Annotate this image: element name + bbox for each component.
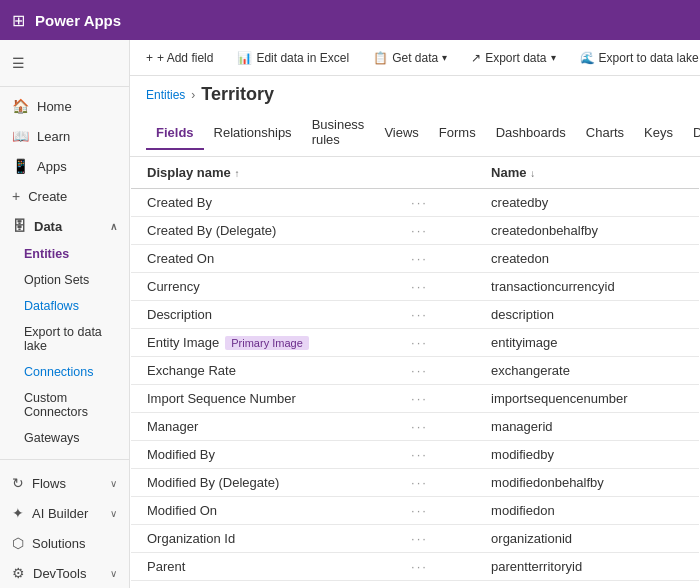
export-chevron: ▾ [551, 52, 556, 63]
export-lake-button[interactable]: 🌊 Export to data lake [572, 47, 700, 69]
field-name: importsequencenumber [475, 385, 699, 413]
sidebar-item-flows[interactable]: ↻ Flows ∨ [0, 468, 129, 498]
field-display-name: Manager [131, 413, 395, 441]
row-actions[interactable]: ··· [395, 553, 475, 581]
field-name: createdonbehalfby [475, 217, 699, 245]
toolbar: + + Add field 📊 Edit data in Excel 📋 Get… [130, 40, 700, 76]
row-actions[interactable]: ··· [395, 385, 475, 413]
sidebar-item-devtools[interactable]: ⚙ DevTools ∨ [0, 558, 129, 588]
breadcrumb-sep: › [191, 88, 195, 102]
field-display-name: Import Sequence Number [131, 385, 395, 413]
breadcrumb-parent[interactable]: Entities [146, 88, 185, 102]
row-actions[interactable]: ··· [395, 469, 475, 497]
dataflows-label: Dataflows [24, 299, 79, 313]
option-sets-label: Option Sets [24, 273, 89, 287]
sidebar-sub-export-lake[interactable]: Export to data lake [0, 319, 129, 359]
field-display-name: Description [131, 301, 395, 329]
table-row: Description···description [131, 301, 699, 329]
solutions-label: Solutions [32, 536, 85, 551]
sidebar-sub-option-sets[interactable]: Option Sets [0, 267, 129, 293]
sidebar-learn-label: Learn [37, 129, 70, 144]
row-actions[interactable]: ··· [395, 245, 475, 273]
add-field-button[interactable]: + + Add field [138, 47, 221, 69]
topbar: ⊞ Power Apps [0, 0, 700, 40]
field-name: managerid [475, 413, 699, 441]
edit-excel-button[interactable]: 📊 Edit data in Excel [229, 47, 357, 69]
export-data-button[interactable]: ↗ Export data ▾ [463, 47, 563, 69]
solutions-icon: ⬡ [12, 535, 24, 551]
sidebar-sub-connections[interactable]: Connections [0, 359, 129, 385]
get-data-button[interactable]: 📋 Get data ▾ [365, 47, 455, 69]
table-row: Import Sequence Number···importsequencen… [131, 385, 699, 413]
sidebar-item-learn[interactable]: 📖 Learn [0, 121, 129, 151]
name-sort-icon: ↓ [530, 168, 535, 179]
custom-connectors-label: Custom Connectors [24, 391, 117, 419]
field-name: overriddencreatedon [475, 581, 699, 589]
row-actions[interactable]: ··· [395, 217, 475, 245]
field-display-name: Modified By (Delegate) [131, 469, 395, 497]
row-actions[interactable]: ··· [395, 581, 475, 589]
home-icon: 🏠 [12, 98, 29, 114]
create-icon: + [12, 188, 20, 204]
row-actions[interactable]: ··· [395, 441, 475, 469]
field-display-name: Modified On [131, 497, 395, 525]
tabs-bar: Fields Relationships Business rules View… [130, 109, 700, 157]
sidebar-apps-label: Apps [37, 159, 67, 174]
row-actions[interactable]: ··· [395, 413, 475, 441]
sidebar-item-home[interactable]: 🏠 Home [0, 91, 129, 121]
app-title: Power Apps [35, 12, 121, 29]
connections-label: Connections [24, 365, 94, 379]
sidebar-item-data[interactable]: 🗄 Data ∧ [0, 211, 129, 241]
field-display-name: Exchange Rate [131, 357, 395, 385]
row-actions[interactable]: ··· [395, 357, 475, 385]
row-actions[interactable]: ··· [395, 301, 475, 329]
col-display-name[interactable]: Display name ↑ [131, 157, 395, 189]
field-name: modifiedby [475, 441, 699, 469]
sidebar-sub-dataflows[interactable]: Dataflows [0, 293, 129, 319]
grid-icon: ⊞ [12, 11, 25, 30]
sidebar-home-label: Home [37, 99, 72, 114]
get-data-icon: 📋 [373, 51, 388, 65]
col-name[interactable]: Name ↓ [475, 157, 699, 189]
tab-keys[interactable]: Keys [634, 117, 683, 150]
tab-business-rules[interactable]: Business rules [302, 109, 375, 157]
sidebar-create-label: Create [28, 189, 67, 204]
sidebar-sub-custom-connectors[interactable]: Custom Connectors [0, 385, 129, 425]
sidebar-item-apps[interactable]: 📱 Apps [0, 151, 129, 181]
row-actions[interactable]: ··· [395, 329, 475, 357]
sidebar-main-nav: 🏠 Home 📖 Learn 📱 Apps + Create 🗄 Data ∧ [0, 87, 129, 455]
tab-forms[interactable]: Forms [429, 117, 486, 150]
fields-table-area: Display name ↑ Name ↓ Created By···creat… [130, 157, 700, 588]
tab-views[interactable]: Views [374, 117, 428, 150]
data-icon: 🗄 [12, 218, 26, 234]
row-actions[interactable]: ··· [395, 525, 475, 553]
gateways-label: Gateways [24, 431, 80, 445]
sidebar-item-solutions[interactable]: ⬡ Solutions [0, 528, 129, 558]
flows-chevron: ∨ [110, 478, 117, 489]
lake-icon: 🌊 [580, 51, 595, 65]
tab-charts[interactable]: Charts [576, 117, 634, 150]
field-badge: Primary Image [225, 336, 309, 350]
export-lake-label: Export to data lake [24, 325, 117, 353]
hamburger-menu[interactable]: ☰ [0, 48, 129, 78]
field-name: modifiedonbehalfby [475, 469, 699, 497]
fields-table: Display name ↑ Name ↓ Created By···creat… [130, 157, 700, 588]
sidebar-item-create[interactable]: + Create [0, 181, 129, 211]
table-row: Manager···managerid [131, 413, 699, 441]
tab-relationships[interactable]: Relationships [204, 117, 302, 150]
sidebar-sub-entities[interactable]: Entities [0, 241, 129, 267]
row-actions[interactable]: ··· [395, 189, 475, 217]
row-actions[interactable]: ··· [395, 497, 475, 525]
ai-icon: ✦ [12, 505, 24, 521]
sidebar-item-ai-builder[interactable]: ✦ AI Builder ∨ [0, 498, 129, 528]
tab-dashboards[interactable]: Dashboards [486, 117, 576, 150]
tab-fields[interactable]: Fields [146, 117, 204, 150]
field-display-name: Created By (Delegate) [131, 217, 395, 245]
field-display-name: Entity ImagePrimary Image [131, 329, 395, 357]
get-data-chevron: ▾ [442, 52, 447, 63]
sidebar-sub-gateways[interactable]: Gateways [0, 425, 129, 451]
tab-data[interactable]: Data [683, 117, 700, 150]
row-actions[interactable]: ··· [395, 273, 475, 301]
table-row: Created By···createdby [131, 189, 699, 217]
ai-chevron: ∨ [110, 508, 117, 519]
